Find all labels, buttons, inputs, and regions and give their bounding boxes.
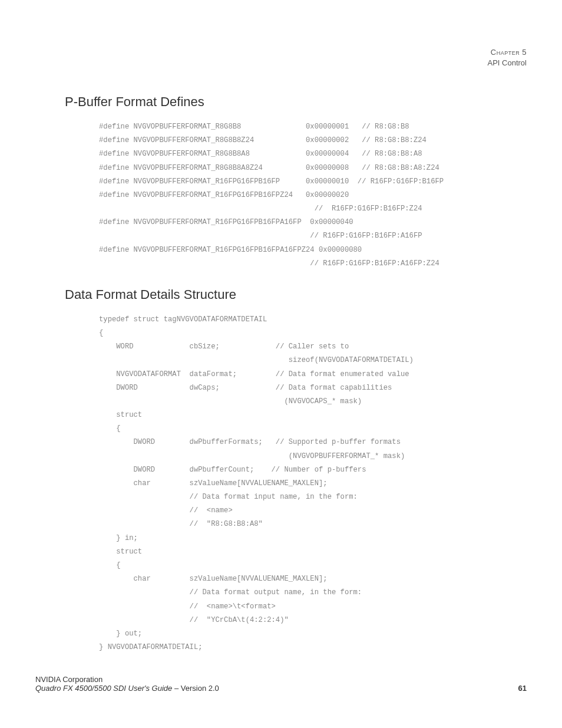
page-footer: NVIDIA Corporation Quadro FX 4500/5500 S… bbox=[35, 675, 527, 693]
footer-company: NVIDIA Corporation bbox=[35, 675, 527, 684]
chapter-title: API Control bbox=[488, 58, 527, 67]
page-content: Chapter 5 API Control P-Buffer Format De… bbox=[0, 0, 562, 728]
footer-version: Version 2.0 bbox=[181, 684, 219, 693]
section-heading-pbuffer: P-Buffer Format Defines bbox=[65, 94, 527, 110]
page-number: 61 bbox=[518, 684, 527, 693]
section-heading-dataformat: Data Format Details Structure bbox=[65, 287, 527, 302]
footer-version-sep: – bbox=[172, 684, 180, 693]
page-header: Chapter 5 API Control bbox=[488, 47, 527, 68]
footer-doc-title: Quadro FX 4500/5500 SDI User's Guide bbox=[35, 684, 172, 693]
code-block-pbuffer: #define NVGVOPBUFFERFORMAT_R8G8B8 0x0000… bbox=[99, 120, 527, 271]
chapter-label: Chapter 5 bbox=[491, 48, 527, 57]
code-block-dataformat: typedef struct tagNVGVODATAFORMATDETAIL … bbox=[99, 313, 527, 654]
